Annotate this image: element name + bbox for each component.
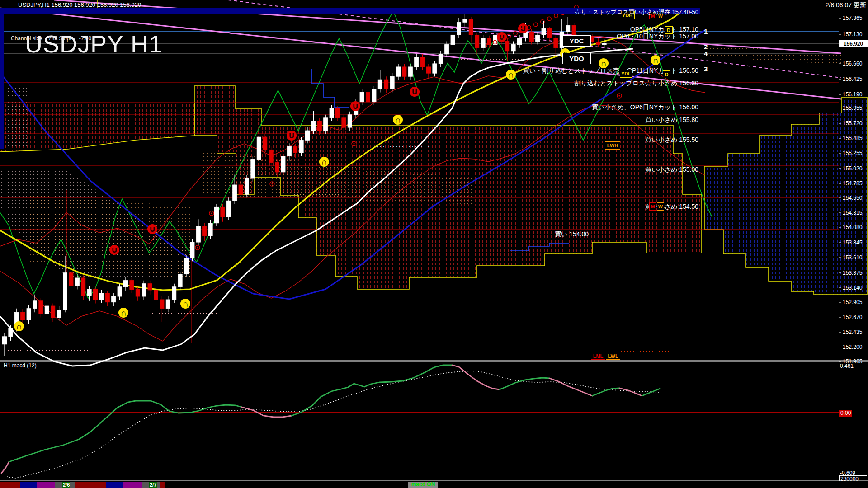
annotation-label: 買い 154.00 [555, 230, 589, 239]
macd-signal [7, 371, 660, 478]
macd-line [242, 407, 292, 417]
buy-arrow-icon: ∩ [120, 308, 127, 318]
price-label: 156.660 [843, 61, 862, 67]
timeline-segment[interactable] [20, 482, 37, 488]
price-label: 156.425 [843, 76, 862, 82]
buy-arrow-icon: ∩ [182, 299, 189, 309]
buy-arrow-icon: ∩ [321, 157, 327, 167]
symbol-title: USDJPY,H1 156.920 156.920 156.920 156.92… [18, 1, 141, 8]
price-label: 155.955 [843, 105, 862, 111]
buy-arrow-icon: ∩ [652, 56, 659, 65]
badge-W[interactable]: W [657, 202, 664, 211]
chart-canvas[interactable]: ∩∩∩∩∩∩∩∩∩∪∪∪∪∪∪∪ [0, 0, 868, 488]
annotation-label: 買い小さめ 155.80 [645, 116, 698, 124]
kumo-cloud [0, 88, 29, 149]
kumo-cloud [703, 44, 841, 64]
sell-arrow-icon: ∪ [288, 131, 295, 140]
chart-window: ∩∩∩∩∩∩∩∩∩∪∪∪∪∪∪∪ USDJPY,H1 156.920 156.9… [0, 0, 868, 488]
price-label: 155.720 [843, 120, 862, 127]
annotation-label: OP6・10日NYカット 157.00 [617, 33, 698, 41]
sell-arrow-icon: ∪ [498, 32, 505, 42]
price-label: 156.190 [843, 91, 862, 98]
macd-line [452, 365, 500, 389]
sell-arrow-icon: ∪ [352, 101, 359, 111]
timeline-segment[interactable] [123, 482, 142, 488]
current-price-box: 156.920 [839, 40, 868, 47]
macd-line [9, 401, 242, 462]
annotation-label: 割り込むとストップロス売り小さめ 156.30 [574, 80, 698, 88]
macd-line [1, 462, 9, 473]
left-edge-bar [0, 8, 4, 149]
macd-line [642, 389, 660, 396]
annotation-label: 買い小さめ 155.50 [645, 136, 698, 144]
price-label: 155.020 [843, 165, 862, 172]
price-label: 154.550 [843, 195, 862, 201]
macd-toggle[interactable]: macd ON [408, 482, 438, 488]
badge-D[interactable]: D [665, 26, 673, 34]
badge-LML[interactable]: LML [591, 352, 605, 360]
price-label: 157.365 [843, 15, 862, 21]
pivot-number-4: 4 [704, 50, 708, 57]
buy-arrow-icon: ∩ [16, 322, 22, 331]
price-label: 153.140 [843, 285, 862, 291]
price-label: 154.315 [843, 210, 862, 216]
price-label: 152.905 [843, 299, 862, 305]
price-label: 152.200 [843, 344, 862, 350]
price-label: 152.670 [843, 314, 862, 320]
timeline-segment[interactable] [106, 482, 123, 488]
kumo-cloud [27, 194, 194, 279]
price-label: 153.375 [843, 270, 862, 276]
price-label: 157.130 [843, 31, 862, 38]
badge-YDO[interactable]: YDO [562, 53, 591, 64]
price-label: 153.610 [843, 254, 862, 261]
macd-line [500, 378, 549, 389]
timeline-segment[interactable] [160, 482, 165, 488]
macd-panel-label: H1 macd (12) [4, 362, 37, 369]
badge-LWL[interactable]: LWL [606, 352, 620, 360]
timeline-segment[interactable] [37, 482, 55, 488]
price-label: 152.435 [843, 329, 862, 335]
price-label: 153.845 [843, 239, 862, 246]
watermark: USDJPY H1 [25, 30, 163, 58]
annotation-label: 買い小さめ 155.00 [645, 166, 698, 174]
pivot-number-3: 3 [704, 65, 708, 73]
sell-arrow-icon: ∪ [111, 245, 118, 254]
badge-D[interactable]: D [663, 70, 670, 78]
badge-YDL[interactable]: YDL [620, 70, 632, 78]
macd-line [619, 388, 642, 396]
timeline-date-label: 2/7 [149, 482, 157, 488]
sell-arrow-icon: ∪ [149, 224, 156, 234]
macd-line [549, 378, 592, 396]
badge-YDC[interactable]: YDC [562, 35, 591, 47]
buy-arrow-icon: ∩ [508, 70, 514, 80]
channel-info-label: Channel size = 783 Slope = -7.00 [11, 35, 91, 42]
annotation-label: 買い小さめ、OP6日NYカット 156.00 [592, 103, 698, 112]
price-label: 154.080 [843, 224, 862, 230]
timeline-date-label: 2/6 [62, 482, 70, 488]
macd-line [592, 388, 619, 396]
pivot-number-1: 1 [704, 28, 708, 35]
macd-line [292, 365, 452, 416]
price-label: 155.485 [843, 135, 862, 141]
annotation-label: 買い・割り込むとストップロス売 [523, 67, 619, 75]
timeline-segment[interactable] [75, 482, 106, 488]
price-label: 154.785 [843, 180, 862, 187]
timeline-segment[interactable] [0, 482, 20, 488]
sell-arrow-icon: ∪ [411, 87, 418, 96]
badge-M[interactable]: M [649, 202, 656, 211]
macd-axis-zero: 0.00 [839, 410, 852, 417]
annotation-label: 売り・ストップロス買い小さめ混在 157.40-50 [575, 8, 698, 16]
macd-axis-top: 0.461 [840, 363, 854, 369]
price-label: 155.255 [843, 150, 862, 156]
buy-arrow-icon: ∩ [395, 115, 401, 125]
badge-LWH[interactable]: LWH [605, 141, 620, 150]
